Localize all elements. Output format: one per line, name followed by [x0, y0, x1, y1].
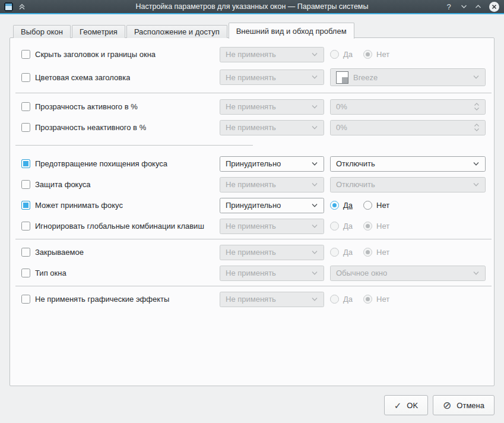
- separator: [15, 286, 492, 286]
- value-spinner: 0%: [330, 99, 486, 115]
- tab-1[interactable]: Выбор окон: [13, 25, 71, 38]
- setting-row: ЗакрываемоеНе применятьДаНет: [21, 242, 486, 263]
- chevron-down-icon: [311, 182, 318, 187]
- tab-3[interactable]: Расположение и доступ: [126, 25, 227, 38]
- action-combo: Не применять: [220, 70, 324, 85]
- help-button[interactable]: ?: [445, 2, 453, 11]
- chevron-down-icon: [473, 271, 480, 276]
- action-combo[interactable]: Принудительно: [220, 156, 324, 172]
- value-combo-value: Breeze: [353, 73, 378, 82]
- setting-checkbox[interactable]: [21, 50, 30, 59]
- action-combo: Не применять: [220, 177, 324, 192]
- chevron-down-icon: [311, 224, 318, 229]
- chevron-down-icon: [311, 125, 318, 130]
- yes-radio[interactable]: [330, 201, 339, 210]
- window-title: Настройка параметров для указанных окон …: [0, 0, 504, 13]
- no-radio-option: Нет: [363, 50, 389, 59]
- action-combo[interactable]: Принудительно: [220, 198, 324, 213]
- cancel-button[interactable]: ⊘ Отмена: [433, 395, 495, 415]
- action-combo: Не применять: [220, 99, 324, 115]
- yes-radio: [330, 50, 339, 59]
- action-combo-value: Принудительно: [226, 159, 281, 168]
- chevron-down-icon: [473, 75, 480, 80]
- setting-checkbox[interactable]: [21, 123, 30, 132]
- no-radio-label: Нет: [376, 248, 389, 257]
- action-combo: Не применять: [220, 292, 324, 307]
- chevron-down-icon: [311, 297, 318, 302]
- no-radio-option[interactable]: Нет: [363, 201, 389, 210]
- ok-button[interactable]: ✓ OK: [384, 395, 428, 415]
- action-combo-value: Не применять: [226, 295, 276, 304]
- close-button[interactable]: [489, 2, 499, 12]
- action-combo-value: Не применять: [226, 102, 276, 111]
- setting-field: Закрываемое: [21, 248, 214, 257]
- value-combo-value: Отключить: [336, 180, 375, 189]
- action-combo-value: Не применять: [226, 248, 276, 257]
- setting-row: Предотвращение похищения фокусаПринудите…: [21, 153, 486, 174]
- setting-field: Прозрачность неактивного в %: [21, 123, 214, 132]
- yes-radio-label: Да: [343, 201, 353, 210]
- setting-row: Цветовая схема заголовкаНе применятьBree…: [21, 65, 486, 90]
- value-combo-value: Отключить: [336, 159, 375, 168]
- setting-checkbox[interactable]: [21, 73, 30, 82]
- yes-radio-option: Да: [330, 295, 353, 304]
- setting-checkbox[interactable]: [21, 201, 30, 210]
- setting-checkbox[interactable]: [21, 102, 30, 111]
- separator: [15, 145, 253, 146]
- action-combo-value: Не применять: [226, 269, 276, 277]
- value-combo: Обычное окно: [330, 266, 486, 281]
- setting-row: Защита фокусаНе применятьОтключить: [21, 174, 486, 195]
- setting-field: Игнорировать глобальные комбинации клави…: [21, 222, 214, 231]
- spinner-value: 0%: [336, 123, 347, 132]
- chevron-down-icon: [473, 162, 480, 166]
- no-radio-label: Нет: [376, 295, 389, 304]
- yes-radio-option: Да: [330, 248, 353, 257]
- settings-panel: Скрыть заголовок и границы окнаНе примен…: [9, 37, 495, 386]
- setting-checkbox[interactable]: [21, 269, 30, 277]
- no-radio-option: Нет: [363, 248, 389, 257]
- color-scheme-swatch-icon: [336, 71, 348, 84]
- no-radio[interactable]: [363, 201, 372, 210]
- yes-radio-option[interactable]: Да: [330, 201, 353, 210]
- value-combo[interactable]: Отключить: [330, 156, 486, 172]
- cancel-button-label: Отмена: [457, 401, 484, 410]
- action-combo-value: Не применять: [226, 73, 276, 82]
- maximize-button[interactable]: [475, 4, 481, 9]
- setting-label: Скрыть заголовок и границы окна: [35, 50, 156, 59]
- check-icon: ✓: [394, 401, 402, 410]
- tab-4[interactable]: Внешний вид и обход проблем: [229, 23, 354, 39]
- no-radio: [363, 248, 372, 257]
- tab-2[interactable]: Геометрия: [72, 25, 125, 38]
- value-combo-content: Отключить: [336, 159, 375, 168]
- action-combo-value: Не применять: [226, 180, 276, 189]
- setting-checkbox[interactable]: [21, 180, 30, 189]
- action-combo-value: Не применять: [226, 50, 276, 59]
- titlebar: Настройка параметров для указанных окон …: [0, 0, 504, 13]
- separator: [15, 93, 492, 93]
- setting-label: Защита фокуса: [35, 180, 91, 189]
- yes-radio-label: Да: [343, 222, 353, 231]
- setting-row: Не применять графические эффектыНе приме…: [21, 289, 486, 310]
- setting-label: Может принимать фокус: [35, 201, 123, 210]
- setting-row: Прозрачность неактивного в %Не применять…: [21, 117, 486, 138]
- yes-radio-label: Да: [343, 248, 353, 257]
- yes-no-radio-group: ДаНет: [330, 222, 486, 231]
- action-combo: Не применять: [220, 245, 324, 260]
- yes-radio-option: Да: [330, 50, 353, 59]
- setting-field: Может принимать фокус: [21, 201, 214, 210]
- value-combo-content: Обычное окно: [336, 269, 387, 277]
- setting-label: Предотвращение похищения фокуса: [35, 159, 167, 168]
- yes-radio-label: Да: [343, 295, 353, 304]
- setting-checkbox[interactable]: [21, 295, 30, 304]
- chevron-down-icon: [473, 182, 480, 187]
- spinner-value: 0%: [336, 102, 347, 111]
- setting-checkbox[interactable]: [21, 248, 30, 257]
- yes-no-radio-group: ДаНет: [330, 295, 486, 304]
- minimize-button[interactable]: [461, 4, 467, 9]
- setting-label: Прозрачность неактивного в %: [35, 123, 146, 132]
- no-radio-option: Нет: [363, 295, 389, 304]
- setting-checkbox[interactable]: [21, 222, 30, 231]
- setting-checkbox[interactable]: [21, 159, 30, 168]
- ok-button-label: OK: [407, 401, 418, 410]
- setting-label: Закрываемое: [35, 248, 84, 257]
